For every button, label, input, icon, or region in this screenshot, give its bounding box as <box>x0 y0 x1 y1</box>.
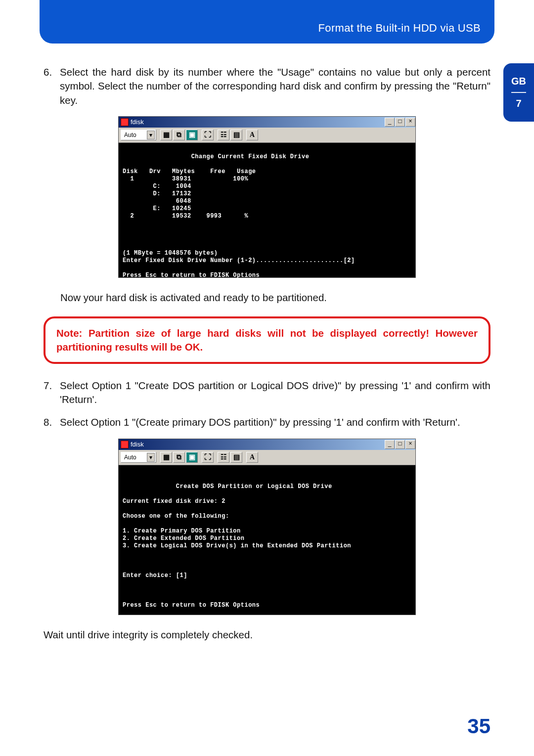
toolbar-button-1[interactable]: ▦ <box>160 452 172 463</box>
dos-option: 2. Create Extended DOS Partition <box>123 535 244 542</box>
fdisk-window: fdisk _ □ × Auto ▾ ▦ ⧉ ▣ ⛶ ☷ <box>118 439 416 615</box>
page-title: Format the Built-in HDD via USB <box>318 22 481 35</box>
dos-enter-choice: Enter choice: [1] <box>123 572 187 579</box>
window-titlebar: fdisk _ □ × <box>119 439 415 450</box>
toolbar-button-copy[interactable]: ⧉ <box>173 452 185 463</box>
window-minimize-button[interactable]: _ <box>385 118 395 127</box>
step-text: Select Option 1 "(Create primary DOS par… <box>60 415 490 429</box>
window-close-button[interactable]: × <box>405 118 415 127</box>
figure-fdisk-drive-select: fdisk _ □ × Auto ▾ ▦ ⧉ ▣ ⛶ ☷ <box>44 116 490 278</box>
toolbar-button-background[interactable]: ▤ <box>230 452 242 463</box>
tab-language: GB <box>511 76 526 87</box>
mode-select-value: Auto <box>124 454 136 461</box>
step-6-followup: Now your hard disk is activated and read… <box>60 291 490 305</box>
page-header: Format the Built-in HDD via USB <box>40 0 494 44</box>
window-toolbar: Auto ▾ ▦ ⧉ ▣ ⛶ ☷ ▤ A <box>119 450 415 465</box>
mode-select[interactable]: Auto ▾ <box>121 130 156 140</box>
dos-row: E: 10245 <box>123 205 191 212</box>
toolbar-button-1[interactable]: ▦ <box>160 130 172 140</box>
tab-divider <box>511 92 526 93</box>
window-maximize-button[interactable]: □ <box>395 440 405 449</box>
step-text: Select the hard disk by its number where… <box>60 65 490 107</box>
dos-screen: Create DOS Partition or Logical DOS Driv… <box>119 465 415 615</box>
step-7: 7. Select Option 1 "Create DOS partition… <box>44 379 490 407</box>
tab-section-number: 7 <box>516 98 521 109</box>
window-close-button[interactable]: × <box>405 440 415 449</box>
step-text: Select Option 1 "Create DOS partition or… <box>60 379 490 407</box>
toolbar-button-paste[interactable]: ▣ <box>186 130 198 140</box>
fdisk-icon <box>121 118 129 126</box>
figure-fdisk-create-partition: fdisk _ □ × Auto ▾ ▦ ⧉ ▣ ⛶ ☷ <box>44 439 490 615</box>
toolbar-button-copy[interactable]: ⧉ <box>173 130 185 140</box>
dos-option: 3. Create Logical DOS Drive(s) in the Ex… <box>123 542 351 549</box>
dos-heading: Create DOS Partition or Logical DOS Driv… <box>123 483 332 490</box>
toolbar-button-properties[interactable]: ☷ <box>218 130 229 140</box>
step-8: 8. Select Option 1 "(Create primary DOS … <box>44 415 490 429</box>
dos-row: D: 17132 <box>123 190 191 197</box>
toolbar-button-fullscreen[interactable]: ⛶ <box>202 452 214 463</box>
window-toolbar: Auto ▾ ▦ ⧉ ▣ ⛶ ☷ ▤ A <box>119 128 415 143</box>
window-minimize-button[interactable]: _ <box>385 440 395 449</box>
dos-heading: Change Current Fixed Disk Drive <box>123 153 309 160</box>
toolbar-button-paste[interactable]: ▣ <box>186 452 198 463</box>
toolbar-button-properties[interactable]: ☷ <box>218 452 229 463</box>
dos-columns: Disk Drv Mbytes Free Usage <box>123 168 256 175</box>
toolbar-button-font[interactable]: A <box>246 130 258 140</box>
dos-choose-label: Choose one of the following: <box>123 513 229 520</box>
page-number: 35 <box>467 714 490 738</box>
dos-row: 1 38931 100% <box>123 176 248 182</box>
chevron-down-icon: ▾ <box>147 453 155 462</box>
window-titlebar: fdisk _ □ × <box>119 117 415 128</box>
dos-row: 6048 <box>123 198 191 205</box>
thumb-tab: GB 7 <box>503 63 534 122</box>
step-6: 6. Select the hard disk by its number wh… <box>44 65 490 107</box>
chevron-down-icon: ▾ <box>147 131 155 139</box>
step-number: 7. <box>44 379 52 407</box>
mode-select-value: Auto <box>124 132 136 138</box>
window-title: fdisk <box>131 118 144 126</box>
toolbar-button-fullscreen[interactable]: ⛶ <box>202 130 214 140</box>
dos-footer-3: Press Esc to return to FDISK Options <box>123 272 260 279</box>
dos-footer-2: Enter Fixed Disk Drive Number (1-2).....… <box>123 257 355 264</box>
window-title: fdisk <box>131 441 144 448</box>
dos-row: C: 1004 <box>123 183 191 190</box>
dos-footer-1: (1 MByte = 1048576 bytes) <box>123 250 218 257</box>
toolbar-button-font[interactable]: A <box>246 452 258 463</box>
note-callout: Note: Partition size of large hard disks… <box>44 316 490 364</box>
window-maximize-button[interactable]: □ <box>395 118 405 127</box>
step-number: 6. <box>44 65 52 107</box>
step-8-followup: Wait until drive integrity is completely… <box>44 628 490 642</box>
fdisk-window: fdisk _ □ × Auto ▾ ▦ ⧉ ▣ ⛶ ☷ <box>118 116 416 278</box>
mode-select[interactable]: Auto ▾ <box>121 452 156 463</box>
toolbar-button-background[interactable]: ▤ <box>230 130 242 140</box>
fdisk-icon <box>121 441 129 448</box>
dos-screen: Change Current Fixed Disk Drive Disk Drv… <box>119 143 415 277</box>
dos-current-drive: Current fixed disk drive: 2 <box>123 498 225 505</box>
step-number: 8. <box>44 415 52 429</box>
dos-footer: Press Esc to return to FDISK Options <box>123 602 260 609</box>
dos-row: 2 19532 9993 % <box>123 213 248 220</box>
dos-option: 1. Create Primary DOS Partition <box>123 528 241 534</box>
